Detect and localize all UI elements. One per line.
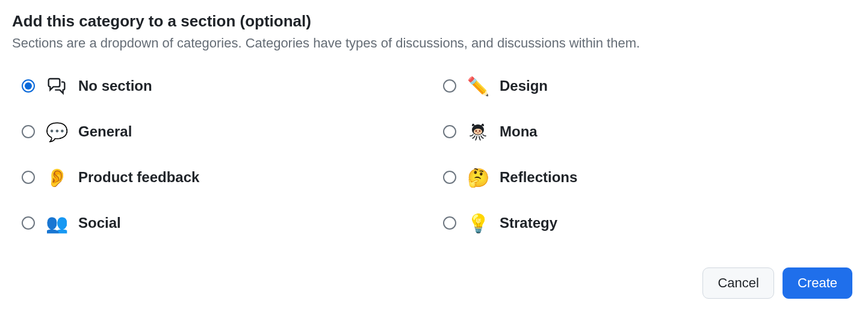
action-buttons: Cancel Create bbox=[12, 267, 856, 299]
section-options-grid: No section ✏️ Design 💬 General Mona 👂 bbox=[12, 75, 855, 234]
radio-input[interactable] bbox=[443, 216, 456, 230]
option-label: Strategy bbox=[500, 215, 557, 231]
svg-point-3 bbox=[479, 130, 481, 132]
option-no-section[interactable]: No section bbox=[12, 75, 433, 97]
option-reflections[interactable]: 🤔 Reflections bbox=[433, 166, 855, 188]
light-bulb-icon: 💡 bbox=[467, 212, 489, 234]
option-label: Mona bbox=[500, 123, 538, 140]
speech-bubble-icon: 💬 bbox=[46, 121, 67, 142]
pencil-icon: ✏️ bbox=[467, 75, 489, 97]
svg-point-4 bbox=[477, 132, 479, 133]
radio-input[interactable] bbox=[22, 79, 35, 93]
option-label: General bbox=[78, 123, 132, 140]
radio-input[interactable] bbox=[443, 125, 456, 138]
octocat-icon bbox=[467, 121, 489, 142]
radio-input[interactable] bbox=[22, 216, 35, 230]
thinking-face-icon: 🤔 bbox=[467, 166, 489, 188]
option-design[interactable]: ✏️ Design bbox=[433, 75, 855, 97]
option-social[interactable]: 👥 Social bbox=[12, 212, 433, 234]
radio-input[interactable] bbox=[22, 125, 35, 138]
option-strategy[interactable]: 💡 Strategy bbox=[433, 212, 855, 234]
section-heading: Add this category to a section (optional… bbox=[12, 12, 856, 31]
busts-icon: 👥 bbox=[46, 212, 67, 234]
option-general[interactable]: 💬 General bbox=[12, 121, 433, 142]
svg-point-1 bbox=[474, 129, 482, 135]
radio-input[interactable] bbox=[443, 171, 456, 184]
radio-input[interactable] bbox=[443, 79, 456, 93]
create-button[interactable]: Create bbox=[783, 267, 852, 299]
option-label: Reflections bbox=[500, 169, 577, 186]
radio-input[interactable] bbox=[22, 171, 35, 184]
svg-point-2 bbox=[476, 130, 477, 132]
section-description: Sections are a dropdown of categories. C… bbox=[12, 35, 856, 51]
ear-icon: 👂 bbox=[46, 166, 67, 188]
comment-discussion-icon bbox=[46, 75, 67, 97]
option-product-feedback[interactable]: 👂 Product feedback bbox=[12, 166, 433, 188]
option-label: Product feedback bbox=[78, 169, 199, 186]
cancel-button[interactable]: Cancel bbox=[702, 267, 773, 299]
option-label: Design bbox=[500, 78, 548, 94]
option-mona[interactable]: Mona bbox=[433, 121, 855, 142]
option-label: Social bbox=[78, 215, 121, 231]
option-label: No section bbox=[78, 78, 152, 94]
